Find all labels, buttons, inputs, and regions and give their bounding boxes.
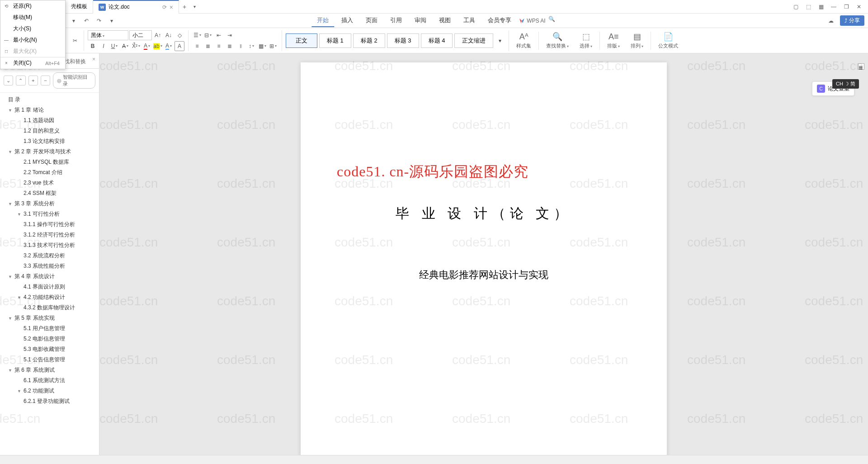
search-icon[interactable]: 🔍: [547, 14, 557, 24]
ime-indicator[interactable]: CH ☽ 简: [832, 79, 859, 89]
chevron-down-icon[interactable]: ▼: [8, 275, 14, 279]
nav-remove-button[interactable]: −: [41, 76, 50, 85]
italic-button[interactable]: I: [99, 41, 108, 51]
document-area[interactable]: code51. cn-源码乐园盗图必究 毕 业 设 计（论 文） 经典电影推荐网…: [99, 53, 868, 455]
new-tab-button[interactable]: +: [179, 3, 190, 10]
tab-template[interactable]: 壳模板: [66, 0, 93, 14]
toc-item[interactable]: 1.2 目的和意义: [0, 126, 99, 136]
styles-more-icon[interactable]: ▾: [495, 36, 505, 46]
find-replace-button[interactable]: 🔍查找替换▾: [542, 30, 572, 51]
nav-up-button[interactable]: ⌃: [16, 76, 25, 85]
ruler-toggle[interactable]: ≡: [858, 63, 864, 70]
style-heading3[interactable]: 标题 3: [387, 33, 419, 48]
cloud-icon[interactable]: ☁: [826, 16, 835, 25]
number-list-button[interactable]: ⊟▾: [203, 30, 213, 40]
font-family-select[interactable]: 黑体▾: [88, 30, 128, 40]
smart-toc-button[interactable]: ◎智能识别目录: [53, 72, 95, 89]
toc-item[interactable]: 6.1 系统测试方法: [0, 375, 99, 386]
tab-member[interactable]: 会员专享: [482, 14, 517, 27]
tab-reference[interactable]: 引用: [385, 14, 407, 27]
chevron-down-icon[interactable]: ▼: [17, 389, 23, 393]
undo-button[interactable]: ↶: [82, 16, 91, 25]
borders-button[interactable]: ⊞▾: [268, 41, 278, 51]
tab-insert[interactable]: 插入: [336, 14, 359, 27]
share-button[interactable]: ⤴ 分享: [840, 15, 864, 26]
ctx-move[interactable]: 移动(M): [0, 12, 65, 23]
toc-item[interactable]: 5.1 公告信息管理: [0, 355, 99, 365]
tab-view[interactable]: 视图: [434, 14, 456, 27]
style-indent[interactable]: 正文缩进: [454, 33, 493, 48]
toc-item[interactable]: ▼第 1 章 绪论: [0, 105, 99, 115]
toc-root[interactable]: 目 录: [0, 95, 99, 105]
chevron-down-icon[interactable]: ▼: [8, 108, 14, 113]
align-left-button[interactable]: ≡: [192, 41, 202, 51]
font-color-button[interactable]: A▾: [142, 41, 152, 51]
distribute-button[interactable]: ⫴: [236, 41, 245, 51]
chevron-down-icon[interactable]: ▼: [8, 150, 14, 154]
toc-item[interactable]: ▼第 4 章 系统设计: [0, 271, 99, 282]
chevron-down-icon[interactable]: ▼: [17, 295, 23, 300]
toc-item[interactable]: 2.3 vue 技术: [0, 178, 99, 188]
style-heading1[interactable]: 标题 1: [319, 33, 351, 48]
nav-close-icon[interactable]: ×: [92, 56, 95, 68]
qat-dropdown-icon[interactable]: ▾: [69, 16, 78, 25]
clear-format-button[interactable]: ◇: [175, 30, 184, 40]
toc-item[interactable]: 6.2.1 登录功能测试: [0, 396, 99, 407]
toc-item[interactable]: 4.3.2 数据库物理设计: [0, 303, 99, 313]
align-center-button[interactable]: ≣: [203, 41, 213, 51]
arrange-button[interactable]: ▤排列▾: [627, 30, 647, 51]
wps-ai-button[interactable]: WPS AI: [519, 14, 545, 27]
align-right-button[interactable]: ≡: [214, 41, 224, 51]
app-cube-icon[interactable]: ⬚: [803, 1, 814, 12]
app-box-icon[interactable]: ▢: [790, 1, 801, 12]
layout-button[interactable]: A≡排版▾: [604, 30, 623, 51]
toc-item[interactable]: 3.1.3 技术可行性分析: [0, 240, 99, 251]
increase-indent-button[interactable]: ⇥: [225, 30, 235, 40]
para-shading-button[interactable]: ▦▾: [257, 41, 267, 51]
ctx-size[interactable]: 大小(S): [0, 23, 65, 34]
toc-item[interactable]: 3.1.1 操作可行性分析: [0, 219, 99, 230]
qat-more-icon[interactable]: ▾: [107, 16, 116, 25]
chevron-down-icon[interactable]: ▼: [8, 316, 14, 321]
nav-add-button[interactable]: +: [28, 76, 38, 85]
style-normal[interactable]: 正文: [286, 33, 317, 48]
toc-item[interactable]: 4.1 界面设计原则: [0, 282, 99, 292]
tab-tools[interactable]: 工具: [458, 14, 481, 27]
toc-item[interactable]: ▼第 6 章 系统测试: [0, 365, 99, 375]
grow-font-button[interactable]: A↑: [153, 30, 163, 40]
toc-item[interactable]: 5.1 用户信息管理: [0, 323, 99, 334]
window-maximize-button[interactable]: ❐: [841, 1, 852, 12]
toc-item[interactable]: ▼第 5 章 系统实现: [0, 313, 99, 323]
character-border-button[interactable]: A: [175, 41, 184, 51]
chevron-down-icon[interactable]: ▼: [8, 368, 14, 373]
styleset-button[interactable]: Aᴬ样式集: [513, 30, 535, 51]
ctx-restore[interactable]: ⟲还原(R): [0, 0, 65, 12]
tab-menu-icon[interactable]: ▾: [190, 4, 199, 9]
toc-item[interactable]: 1.3 论文结构安排: [0, 136, 99, 147]
tab-document[interactable]: W 论文.doc ⟳ ×: [93, 0, 179, 14]
align-justify-button[interactable]: ≣: [225, 41, 235, 51]
shrink-font-button[interactable]: A↓: [164, 30, 174, 40]
underline-button[interactable]: U▾: [109, 41, 119, 51]
style-heading4[interactable]: 标题 4: [421, 33, 453, 48]
toc-item[interactable]: 2.4 SSM 框架: [0, 188, 99, 199]
toc-item[interactable]: 5.2 电影信息管理: [0, 334, 99, 344]
shading-button[interactable]: A▾: [164, 41, 174, 51]
chevron-down-icon[interactable]: ▼: [17, 212, 23, 217]
tab-close-icon[interactable]: ×: [170, 4, 173, 11]
superscript-button[interactable]: X²▾: [131, 41, 141, 51]
window-minimize-button[interactable]: —: [828, 1, 839, 12]
toc-item[interactable]: 1.1 选题动因: [0, 115, 99, 126]
toc-item[interactable]: 3.1.2 经济可行性分析: [0, 230, 99, 240]
line-spacing-button[interactable]: ↕▾: [246, 41, 256, 51]
app-grid-icon[interactable]: ▦: [816, 1, 826, 12]
decrease-indent-button[interactable]: ⇤: [214, 30, 224, 40]
toc-item[interactable]: ▼第 3 章 系统分析: [0, 199, 99, 209]
style-heading2[interactable]: 标题 2: [353, 33, 385, 48]
tab-refresh-icon[interactable]: ⟳: [162, 4, 167, 10]
tab-review[interactable]: 审阅: [409, 14, 432, 27]
gov-mode-button[interactable]: 📄公文模式: [655, 30, 682, 51]
bold-button[interactable]: B: [88, 41, 98, 51]
cut-button[interactable]: ✂: [70, 36, 80, 46]
highlight-button[interactable]: ab▾: [153, 41, 163, 51]
